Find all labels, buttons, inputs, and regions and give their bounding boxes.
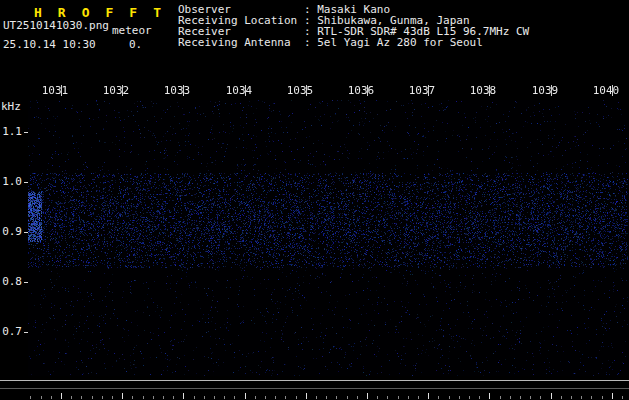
bottom-sub-tick — [285, 396, 286, 399]
bottom-sub-tick — [92, 396, 93, 399]
x-tick — [612, 85, 613, 96]
y-tick-label: 0.7 — [2, 326, 22, 338]
bottom-sub-tick — [143, 396, 144, 399]
info-label: Receiving Antenna — [178, 37, 304, 48]
bottom-sub-tick — [326, 396, 327, 399]
bottom-sub-tick — [265, 396, 266, 399]
bottom-sub-tick — [561, 396, 562, 399]
bottom-sub-tick — [469, 396, 470, 399]
bottom-sub-tick — [418, 396, 419, 399]
x-tick-label: 1032 — [103, 85, 130, 97]
app-title: HROFFT — [34, 5, 177, 20]
y-tick-label: 1.1 — [2, 126, 22, 138]
x-tick — [428, 85, 429, 96]
bottom-sub-tick — [530, 396, 531, 399]
bottom-minute-tick — [245, 393, 246, 399]
bottom-sub-tick — [540, 396, 541, 399]
x-tick — [489, 85, 490, 96]
bottom-sub-tick — [194, 396, 195, 399]
bottom-minute-tick — [367, 393, 368, 399]
bottom-sub-tick — [71, 396, 72, 399]
x-tick — [183, 85, 184, 96]
bottom-minute-tick — [61, 393, 62, 399]
output-filename: UT2510141030.png — [3, 20, 109, 32]
bottom-sub-tick — [234, 396, 235, 399]
bottom-sub-tick — [357, 396, 358, 399]
bottom-sub-tick — [347, 396, 348, 399]
info-value: : 5el Yagi Az 280 for Seoul — [304, 36, 483, 49]
x-tick-label: 1034 — [226, 85, 253, 97]
bottom-sub-tick — [30, 396, 31, 399]
bottom-sub-tick — [520, 396, 521, 399]
bottom-sub-tick — [255, 396, 256, 399]
echo-counter: 0. — [129, 39, 142, 51]
signal-level-baseline — [0, 388, 629, 389]
bottom-sub-tick — [571, 396, 572, 399]
bottom-sub-tick — [81, 396, 82, 399]
bottom-sub-tick — [173, 396, 174, 399]
bottom-sub-tick — [204, 396, 205, 399]
bottom-sub-tick — [408, 396, 409, 399]
bottom-sub-tick — [336, 396, 337, 399]
bottom-minute-tick — [612, 393, 613, 399]
bottom-sub-tick — [275, 396, 276, 399]
x-tick-label: 1036 — [348, 85, 375, 97]
bottom-sub-tick — [316, 396, 317, 399]
signal-level-line — [0, 380, 629, 381]
bottom-minute-tick — [306, 393, 307, 399]
station-info-block: Observer: Masaki KanoReceiving Location:… — [178, 4, 529, 48]
bottom-minute-tick — [183, 393, 184, 399]
x-tick-label: 1040 — [593, 85, 620, 97]
bottom-sub-tick — [387, 396, 388, 399]
bottom-sub-tick — [112, 396, 113, 399]
bottom-sub-tick — [214, 396, 215, 399]
y-tick-label: 1.0 — [2, 176, 22, 188]
x-tick — [122, 85, 123, 96]
bottom-sub-tick — [449, 396, 450, 399]
bottom-sub-tick — [591, 396, 592, 399]
bottom-sub-tick — [459, 396, 460, 399]
bottom-sub-tick — [102, 396, 103, 399]
bottom-minute-tick — [122, 393, 123, 399]
bottom-sub-tick — [602, 396, 603, 399]
y-tick-label: 0.9 — [2, 226, 22, 238]
hrofft-window: HROFFT UT2510141030.png meteor 25.10.14 … — [0, 0, 629, 400]
bottom-sub-tick — [479, 396, 480, 399]
bottom-minute-tick — [428, 393, 429, 399]
datetime-label: 25.10.14 10:30 — [3, 39, 96, 51]
x-tick-label: 1037 — [409, 85, 436, 97]
x-tick-label: 1035 — [287, 85, 314, 97]
bottom-sub-tick — [581, 396, 582, 399]
bottom-sub-tick — [500, 396, 501, 399]
x-tick — [61, 85, 62, 96]
x-tick — [306, 85, 307, 96]
bottom-sub-tick — [438, 396, 439, 399]
bottom-sub-tick — [163, 396, 164, 399]
y-axis-unit: kHz — [1, 101, 21, 113]
x-tick-label: 1033 — [164, 85, 191, 97]
bottom-sub-tick — [377, 396, 378, 399]
bottom-minute-tick — [489, 393, 490, 399]
bottom-sub-tick — [41, 396, 42, 399]
y-tick-label: 0.8 — [2, 276, 22, 288]
info-row: Receiving Antenna: 5el Yagi Az 280 for S… — [178, 37, 529, 48]
bottom-minute-tick — [551, 393, 552, 399]
bottom-sub-tick — [398, 396, 399, 399]
station-name: meteor — [112, 25, 152, 37]
x-tick — [551, 85, 552, 96]
x-tick-label: 1031 — [42, 85, 69, 97]
bottom-sub-tick — [622, 396, 623, 399]
x-tick — [245, 85, 246, 96]
x-tick-label: 1039 — [532, 85, 559, 97]
bottom-sub-tick — [51, 396, 52, 399]
bottom-sub-tick — [296, 396, 297, 399]
bottom-sub-tick — [510, 396, 511, 399]
x-tick — [367, 85, 368, 96]
bottom-sub-tick — [153, 396, 154, 399]
bottom-sub-tick — [224, 396, 225, 399]
bottom-sub-tick — [132, 396, 133, 399]
spectrogram-canvas — [28, 100, 628, 376]
x-tick-label: 1038 — [470, 85, 497, 97]
